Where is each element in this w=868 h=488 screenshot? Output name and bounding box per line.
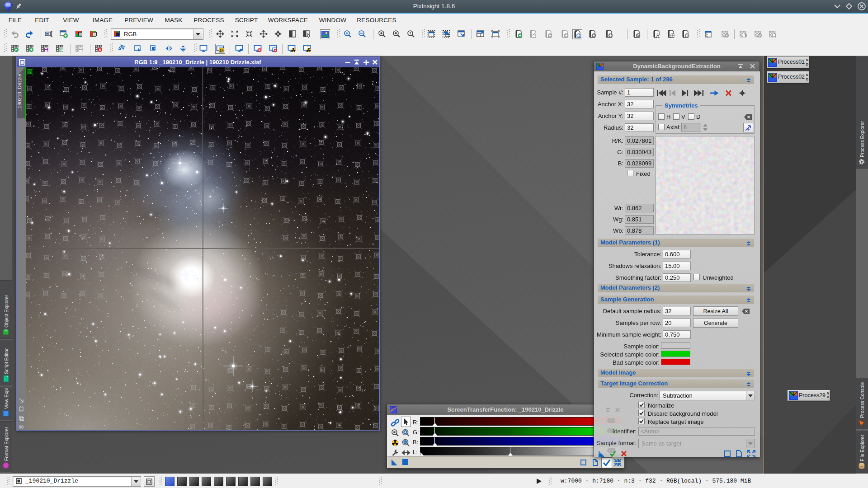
svg-text:View Explorer: View Explorer xyxy=(4,388,9,409)
svg-text:Object Explorer: Object Explorer xyxy=(4,295,9,328)
svg-text:Process Explorer: Process Explorer xyxy=(859,121,865,157)
svg-text:Script Editor: Script Editor xyxy=(4,348,9,374)
svg-text:Format Explorer: Format Explorer xyxy=(4,427,9,461)
svg-text:File Explorer: File Explorer xyxy=(859,435,865,461)
svg-text:Process Console: Process Console xyxy=(859,382,865,418)
svg-text:24: 24 xyxy=(220,48,224,52)
